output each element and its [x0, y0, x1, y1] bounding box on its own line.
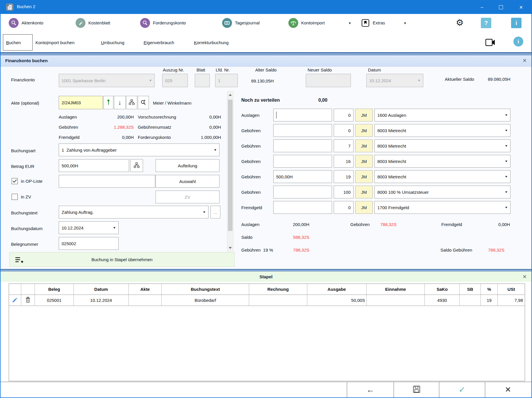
lfd-field[interactable]: 1: [215, 74, 238, 87]
verteilung-konto-select[interactable]: 8003 Mietrecht ▼: [374, 139, 510, 152]
buchungsdatum-select[interactable]: 10.12.2024 ▼: [59, 221, 119, 234]
verteilung-konto-select[interactable]: 8000 100 % Umsatzsteuer ▼: [374, 186, 510, 198]
datum-select[interactable]: 10.12.2024 ▼: [366, 74, 423, 87]
chevron-down-icon: ▼: [505, 129, 508, 132]
neuer-saldo-field[interactable]: [306, 74, 351, 87]
akte-pin-button[interactable]: [103, 96, 113, 109]
akte-input[interactable]: 2/24JM03: [59, 96, 103, 109]
verteilung-pct-input[interactable]: 7: [334, 139, 354, 152]
belegnummer-input[interactable]: 025002: [59, 237, 119, 250]
akte-hierarchy-button[interactable]: [126, 96, 137, 109]
col-sb[interactable]: SB: [460, 284, 481, 295]
buchungstext-more-button[interactable]: ...: [210, 206, 220, 218]
scrollbar-thumb[interactable]: [228, 100, 233, 231]
verteilung-konto-select[interactable]: 1600 Auslagen ▼: [374, 109, 510, 121]
stapel-close-icon[interactable]: ✕: [523, 274, 526, 279]
toolbar-item-kostenblatt[interactable]: Kostenblatt: [76, 14, 131, 33]
settings-gear-icon[interactable]: ⚙: [456, 17, 464, 28]
maximize-button[interactable]: [492, 1, 510, 14]
col-ausgabe[interactable]: Ausgabe: [307, 284, 367, 295]
verteilung-amount-input[interactable]: 500,00H: [273, 170, 332, 183]
verteilung-amount-input[interactable]: [273, 155, 332, 168]
toolbar-item-aktenkonto[interactable]: Aktenkonto: [9, 14, 67, 33]
akte-down-arrow-button[interactable]: ↓: [114, 96, 126, 109]
zv-checkbox[interactable]: [12, 194, 18, 200]
toolbar-item-kontoimport[interactable]: Kontoimport: [288, 14, 355, 33]
tab-kontoimport-buchen[interactable]: Kontoimport buchen: [35, 40, 74, 45]
tab-umbuchung[interactable]: Umbuchung: [101, 40, 124, 45]
toolbar-item-tagesjournal[interactable]: Tagesjournal: [222, 14, 277, 33]
buchungsart-select[interactable]: 1 Zahlung von Auftraggeber ▼: [59, 144, 219, 156]
stapel-uebernehmen-button[interactable]: Buchung in Stapel übernehmen: [9, 252, 235, 267]
row-delete-cell[interactable]: [21, 295, 35, 306]
col-ust[interactable]: USt: [498, 284, 525, 295]
verteilung-pct-input[interactable]: 0: [334, 109, 354, 121]
verteilung-amount-input[interactable]: [273, 201, 332, 214]
col-buchungstext[interactable]: Buchungstext: [162, 284, 249, 295]
col-sako[interactable]: SaKo: [425, 284, 460, 295]
col-pct[interactable]: %: [481, 284, 498, 295]
minimize-button[interactable]: –: [473, 1, 491, 14]
extras-dropdown-caret[interactable]: ▾: [404, 21, 406, 25]
confirm-button[interactable]: ✓: [439, 382, 485, 397]
verteilung-amount-input[interactable]: [273, 124, 332, 137]
betrag-hierarchy-button[interactable]: [130, 159, 143, 172]
auswahl-button[interactable]: Auswahl: [156, 175, 219, 188]
left-pane-scrollbar[interactable]: [227, 91, 233, 252]
toolbar-item-extras[interactable]: Extras: [361, 14, 402, 33]
help-button[interactable]: ?: [481, 18, 491, 28]
video-camera-icon[interactable]: [485, 38, 497, 48]
verteilung-amount-input[interactable]: [273, 186, 332, 198]
tab-eigenverbrauch[interactable]: Eigenverbrauch: [144, 40, 174, 45]
close-window-button[interactable]: ✕: [511, 1, 531, 14]
back-button[interactable]: ←: [347, 382, 394, 397]
jm-button[interactable]: JM: [355, 170, 373, 183]
jm-button[interactable]: JM: [355, 124, 373, 137]
verteilung-konto-select[interactable]: 8003 Mietrecht ▼: [374, 155, 510, 168]
tab-korrekturbuchung[interactable]: Korrekturbuchung: [194, 40, 228, 45]
verteilung-pct-input[interactable]: 100: [334, 186, 354, 198]
info-button[interactable]: i: [511, 18, 522, 28]
panel-close-icon[interactable]: ✕: [523, 58, 526, 63]
col-beleg[interactable]: Beleg: [35, 284, 74, 295]
col-akte[interactable]: Akte: [129, 284, 162, 295]
info-circle-icon[interactable]: i: [513, 37, 523, 46]
finanzkonto-select[interactable]: 1001 Sparkasse Berlin ▼: [59, 74, 155, 87]
verteilung-pct-input[interactable]: 16: [334, 155, 354, 168]
toolbar-item-forderungskonto[interactable]: Forderungskonto: [140, 14, 207, 33]
row-edit-cell[interactable]: [9, 295, 21, 306]
col-einnahme[interactable]: Einnahme: [367, 284, 425, 295]
jm-button[interactable]: JM: [355, 186, 373, 198]
op-liste-checkbox[interactable]: [12, 178, 18, 184]
scroll-down-icon[interactable]: [229, 247, 232, 249]
verteilung-amount-input[interactable]: [273, 139, 332, 152]
verteilung-amount-input[interactable]: [273, 109, 332, 121]
tab-buchen[interactable]: Buchen: [3, 34, 33, 51]
col-datum[interactable]: Datum: [74, 284, 129, 295]
jm-button[interactable]: JM: [355, 201, 373, 214]
auszug-field[interactable]: 025: [162, 74, 188, 87]
scroll-up-icon[interactable]: [229, 94, 232, 96]
op-liste-input[interactable]: [59, 175, 155, 188]
verteilung-pct-input[interactable]: 0: [334, 201, 354, 214]
zv-button[interactable]: ZV: [156, 191, 219, 203]
verteilung-konto-select[interactable]: 8003 Mietrecht ▼: [374, 124, 510, 137]
col-rechnung[interactable]: Rechnung: [249, 284, 307, 295]
buchungstext-select[interactable]: Zahlung Auftrag. ▼: [59, 206, 208, 218]
save-button[interactable]: [394, 382, 439, 397]
kontoimport-dropdown-caret[interactable]: ▾: [349, 21, 351, 25]
verteilung-konto-select[interactable]: 1700 Fremdgeld ▼: [374, 201, 510, 214]
blatt-field[interactable]: [195, 74, 210, 87]
jm-button[interactable]: JM: [355, 139, 373, 152]
verteilung-pct-input[interactable]: 19: [334, 170, 354, 183]
verteilung-konto-select[interactable]: 8003 Mietrecht ▼: [374, 170, 510, 183]
akte-search-button[interactable]: [138, 96, 149, 109]
betrag-input[interactable]: 500,00H: [59, 159, 129, 172]
jm-button[interactable]: JM: [355, 155, 373, 168]
cancel-button[interactable]: ✕: [485, 382, 531, 397]
verteilung-pct-input[interactable]: 0: [334, 124, 354, 137]
chevron-down-icon: ▼: [149, 79, 152, 82]
jm-button[interactable]: JM: [355, 109, 373, 121]
aufteilung-button[interactable]: Aufteilung: [156, 159, 219, 172]
table-row[interactable]: 025001 10.12.2024 Bürobedarf 50,00S 4930…: [9, 295, 525, 306]
